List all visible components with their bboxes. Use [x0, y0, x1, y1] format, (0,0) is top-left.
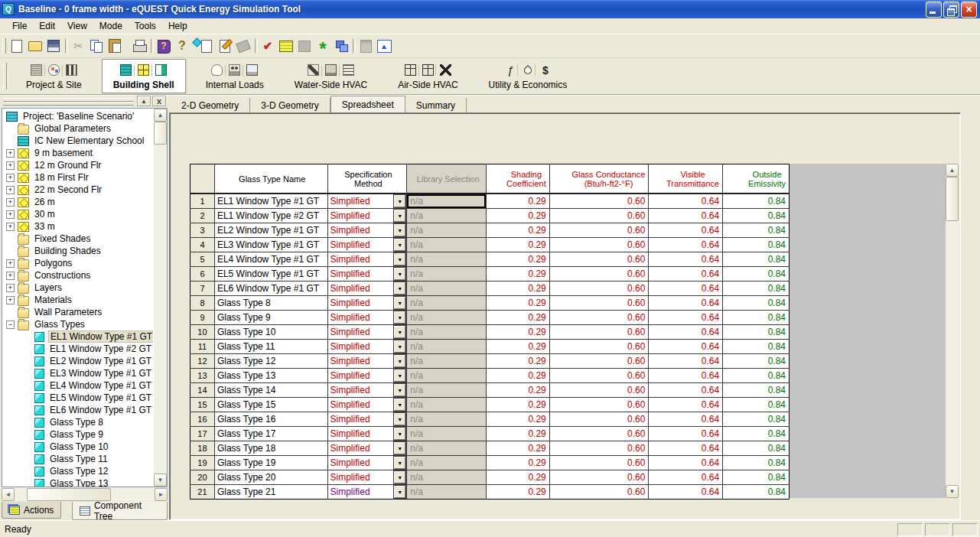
dropdown-arrow-icon[interactable]: ▼ [394, 340, 405, 353]
tree-expander[interactable]: + [6, 284, 15, 292]
glass-conductance-cell[interactable]: 0.60 [550, 223, 650, 237]
glass-conductance-cell[interactable]: 0.60 [550, 208, 650, 223]
specification-method-cell[interactable]: Simplified ▼ [328, 223, 408, 237]
open-folder-icon[interactable] [27, 37, 44, 54]
visible-transmittance-cell[interactable]: 0.64 [649, 266, 723, 281]
glass-type-name-cell[interactable]: Glass Type 13 [215, 368, 328, 382]
minimize-button[interactable] [926, 2, 942, 18]
visible-transmittance-cell[interactable]: 0.64 [649, 353, 723, 368]
specification-method-cell[interactable]: Simplified ▼ [328, 382, 408, 397]
library-selection-cell[interactable]: n/a [407, 397, 487, 412]
shading-coefficient-cell[interactable]: 0.29 [487, 368, 550, 382]
parametric-run-icon[interactable]: * [314, 37, 331, 54]
glass-type-name-cell[interactable]: Glass Type 9 [215, 310, 328, 324]
glass-type-name-cell[interactable]: EL2 Window Type #1 GT [215, 223, 328, 237]
shading-coefficient-cell[interactable]: 0.29 [487, 281, 550, 295]
specification-method-cell[interactable]: Simplified ▼ [328, 339, 408, 353]
tree-item[interactable]: + 9 m basement [3, 147, 153, 159]
dropdown-arrow-icon[interactable]: ▼ [394, 311, 405, 324]
specification-method-cell[interactable]: Simplified ▼ [328, 266, 408, 281]
library-selection-cell[interactable]: n/a [407, 194, 487, 208]
outside-emissivity-cell[interactable]: 0.84 [723, 310, 789, 324]
scroll-down-icon[interactable]: ▼ [154, 474, 167, 487]
glass-conductance-cell[interactable]: 0.60 [550, 237, 650, 252]
glass-conductance-cell[interactable]: 0.60 [550, 426, 650, 441]
dropdown-arrow-icon[interactable]: ▼ [394, 297, 405, 309]
outside-emissivity-cell[interactable]: 0.84 [723, 266, 789, 281]
menu-item[interactable]: Help [162, 19, 194, 33]
tree-item[interactable]: Glass Type 9 [3, 428, 153, 441]
tree-item[interactable]: Glass Type 8 [3, 416, 153, 428]
glass-type-name-cell[interactable]: EL6 Window Type #1 GT [215, 281, 328, 295]
specification-method-cell[interactable]: Simplified ▼ [328, 484, 408, 499]
tree-expander[interactable]: − [6, 321, 15, 329]
specification-method-cell[interactable]: Simplified ▼ [328, 237, 408, 252]
tree-item[interactable]: Global Parameters [3, 122, 153, 135]
dropdown-arrow-icon[interactable]: ▼ [394, 413, 405, 425]
shading-coefficient-cell[interactable]: 0.29 [487, 484, 550, 499]
library-selection-cell[interactable]: n/a [407, 252, 487, 266]
outside-emissivity-cell[interactable]: 0.84 [723, 324, 789, 339]
specification-method-cell[interactable]: Simplified ▼ [328, 295, 408, 310]
library-selection-cell[interactable]: n/a [407, 295, 487, 310]
visible-transmittance-cell[interactable]: 0.64 [649, 412, 723, 426]
tree-item[interactable]: + 26 m [3, 196, 153, 208]
visible-transmittance-cell[interactable]: 0.64 [649, 455, 723, 470]
menu-item[interactable]: View [61, 19, 93, 33]
view-tab[interactable]: Spreadsheet [330, 96, 405, 112]
tree-item[interactable]: − Glass Types [3, 318, 153, 330]
visible-transmittance-cell[interactable]: 0.64 [649, 194, 723, 208]
help-icon[interactable]: ? [174, 37, 190, 54]
dropdown-arrow-icon[interactable]: ▼ [394, 224, 405, 236]
wizard-new-icon[interactable] [198, 37, 215, 54]
glass-type-name-cell[interactable]: EL4 Window Type #1 GT [215, 252, 328, 266]
library-selection-cell[interactable]: n/a [407, 441, 487, 455]
outside-emissivity-cell[interactable]: 0.84 [723, 484, 789, 499]
glass-conductance-cell[interactable]: 0.60 [550, 266, 650, 281]
menu-item[interactable]: File [6, 19, 33, 33]
tree-item[interactable]: EL5 Window Type #1 GT [3, 392, 153, 404]
shading-coefficient-cell[interactable]: 0.29 [487, 310, 550, 324]
visible-transmittance-cell[interactable]: 0.64 [649, 237, 723, 252]
tree-expander[interactable]: + [6, 149, 15, 158]
tree-item[interactable]: + 12 m Ground Flr [3, 159, 153, 171]
outside-emissivity-cell[interactable]: 0.84 [723, 237, 789, 252]
dropdown-arrow-icon[interactable]: ▼ [394, 239, 405, 251]
dropdown-arrow-icon[interactable]: ▼ [394, 282, 405, 295]
module-button[interactable]: Building Shell [102, 59, 186, 93]
tree-expander[interactable]: + [6, 174, 15, 182]
scroll-up-icon[interactable]: ▲ [154, 109, 167, 122]
spreadsheet-vertical-scrollbar[interactable]: ▲ ▼ [946, 164, 959, 498]
dropdown-arrow-icon[interactable]: ▼ [394, 442, 405, 454]
tree-expander[interactable]: + [6, 259, 15, 268]
outside-emissivity-cell[interactable]: 0.84 [723, 281, 789, 295]
tree-item[interactable]: Wall Parameters [3, 306, 153, 318]
library-selection-cell[interactable]: n/a [407, 310, 487, 324]
calculator-icon[interactable] [278, 37, 295, 54]
glass-type-name-cell[interactable]: Glass Type 11 [215, 339, 328, 353]
visible-transmittance-cell[interactable]: 0.64 [649, 310, 723, 324]
scroll-up-icon[interactable]: ▲ [946, 164, 959, 177]
tool-icon[interactable] [235, 37, 252, 54]
library-selection-cell[interactable]: n/a [407, 382, 487, 397]
specification-method-cell[interactable]: Simplified ▼ [328, 281, 408, 295]
specification-method-cell[interactable]: Simplified ▼ [328, 412, 408, 426]
shading-coefficient-cell[interactable]: 0.29 [487, 412, 550, 426]
glass-conductance-cell[interactable]: 0.60 [550, 353, 650, 368]
glass-type-name-cell[interactable]: Glass Type 17 [215, 426, 328, 441]
module-button[interactable]: Internal Loads [195, 59, 275, 93]
panel-tab[interactable]: Actions [2, 502, 61, 519]
library-selection-cell[interactable]: n/a [407, 484, 487, 499]
outside-emissivity-cell[interactable]: 0.84 [723, 353, 789, 368]
dropdown-arrow-icon[interactable]: ▼ [394, 355, 405, 367]
glass-conductance-cell[interactable]: 0.60 [550, 368, 650, 382]
tree-item[interactable]: EL1 Window Type #2 GT [3, 343, 153, 355]
specification-method-cell[interactable]: Simplified ▼ [328, 441, 408, 455]
glass-type-name-cell[interactable]: EL1 Window Type #2 GT [215, 208, 328, 223]
module-button[interactable]: Utility & Economics [478, 59, 578, 93]
paste-icon[interactable] [106, 37, 123, 54]
shading-coefficient-cell[interactable]: 0.29 [487, 426, 550, 441]
glass-type-name-cell[interactable]: Glass Type 21 [215, 484, 328, 499]
outside-emissivity-cell[interactable]: 0.84 [723, 194, 789, 208]
outside-emissivity-cell[interactable]: 0.84 [723, 339, 789, 353]
